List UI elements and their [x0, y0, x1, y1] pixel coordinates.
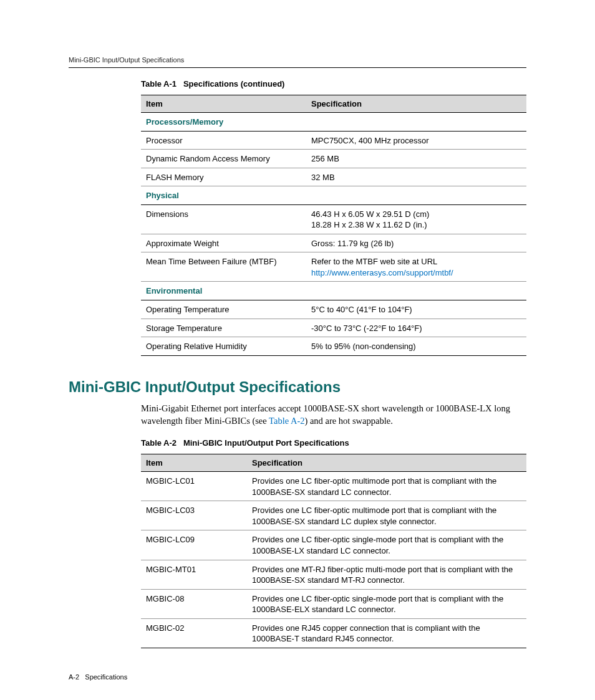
table-a2-cell-item: MGBIC-LC03 [141, 501, 247, 530]
mtbf-link[interactable]: http://www.enterasys.com/support/mtbf/ [311, 268, 453, 277]
footer-page-number: A-2 [69, 673, 79, 681]
section-body: Mini-Gigabit Ethernet port interfaces ac… [141, 402, 526, 428]
table-a2-caption-prefix: Table A-2 [141, 438, 177, 448]
table-a2-cell-spec: Provides one LC fiber-optic single-mode … [247, 530, 526, 560]
table-a2-cell-spec: Provides one MT-RJ fiber-optic multi-mod… [247, 560, 526, 589]
table-a1: Item Specification Processors/MemoryProc… [141, 95, 526, 356]
table-a1-cell-spec: 46.43 H x 6.05 W x 29.51 D (cm)18.28 H x… [306, 204, 526, 234]
table-a1-cell-spec: 5°C to 40°C (41°F to 104°F) [306, 300, 526, 319]
table-a1-cell-item: Dynamic Random Access Memory [141, 150, 306, 168]
table-a2-cell-item: MGBIC-MT01 [141, 560, 247, 589]
table-a1-head-spec: Specification [306, 95, 526, 113]
table-a1-section-header: Processors/Memory [141, 113, 526, 132]
table-a1-cell-spec: MPC750CX, 400 MHz processor [306, 131, 526, 150]
table-a2: Item Specification MGBIC-LC01Provides on… [141, 454, 526, 648]
table-a1-cell-item: Mean Time Between Failure (MTBF) [141, 252, 306, 282]
table-a1-caption: Table A-1 Specifications (continued) [141, 79, 526, 89]
table-a1-caption-prefix: Table A-1 [141, 79, 177, 89]
table-a1-cell-item: Processor [141, 131, 306, 150]
table-a2-cell-item: MGBIC-02 [141, 618, 247, 648]
section-title: Mini-GBIC Input/Output Specifications [69, 378, 526, 396]
table-a1-cell-spec: Refer to the MTBF web site at URLhttp://… [306, 252, 526, 282]
section-body-post: ) and are hot swappable. [304, 416, 392, 426]
table-a1-caption-text: Specifications (continued) [183, 79, 285, 89]
table-a1-head-item: Item [141, 95, 306, 113]
table-a1-cell-item: Approximate Weight [141, 234, 306, 252]
table-a1-cell-spec: -30°C to 73°C (-22°F to 164°F) [306, 319, 526, 337]
table-a1-cell-item: Operating Relative Humidity [141, 337, 306, 356]
running-header: Mini-GBIC Input/Output Specifications [69, 56, 526, 64]
table-a1-cell-item: Operating Temperature [141, 300, 306, 319]
table-a2-cell-spec: Provides one RJ45 copper connection that… [247, 618, 526, 648]
table-a1-section-header: Environmental [141, 282, 526, 300]
table-a2-cell-item: MGBIC-08 [141, 589, 247, 618]
table-a1-section-header: Physical [141, 186, 526, 205]
table-a2-cell-item: MGBIC-LC01 [141, 472, 247, 501]
table-a2-cell-spec: Provides one LC fiber-optic multimode po… [247, 501, 526, 530]
header-rule [69, 67, 526, 68]
table-a2-head-item: Item [141, 454, 247, 472]
table-a2-caption-text: Mini-GBIC Input/Output Port Specificatio… [183, 438, 349, 448]
table-a1-cell-item: FLASH Memory [141, 168, 306, 186]
table-a1-cell-spec: 32 MB [306, 168, 526, 186]
table-a1-cell-item: Storage Temperature [141, 319, 306, 337]
table-a2-head-spec: Specification [247, 454, 526, 472]
table-a2-cell-item: MGBIC-LC09 [141, 530, 247, 560]
table-a1-cell-spec: Gross: 11.79 kg (26 lb) [306, 234, 526, 252]
table-a2-cell-spec: Provides one LC fiber-optic single-mode … [247, 589, 526, 618]
table-a2-caption: Table A-2 Mini-GBIC Input/Output Port Sp… [141, 438, 526, 448]
page-footer: A-2 Specifications [69, 673, 526, 681]
table-a1-cell-spec: 256 MB [306, 150, 526, 168]
table-a2-cell-spec: Provides one LC fiber-optic multimode po… [247, 472, 526, 501]
table-a1-cell-spec: 5% to 95% (non-condensing) [306, 337, 526, 356]
table-a2-crossref-link[interactable]: Table A-2 [269, 416, 304, 426]
footer-label: Specifications [85, 673, 127, 681]
table-a1-cell-item: Dimensions [141, 204, 306, 234]
